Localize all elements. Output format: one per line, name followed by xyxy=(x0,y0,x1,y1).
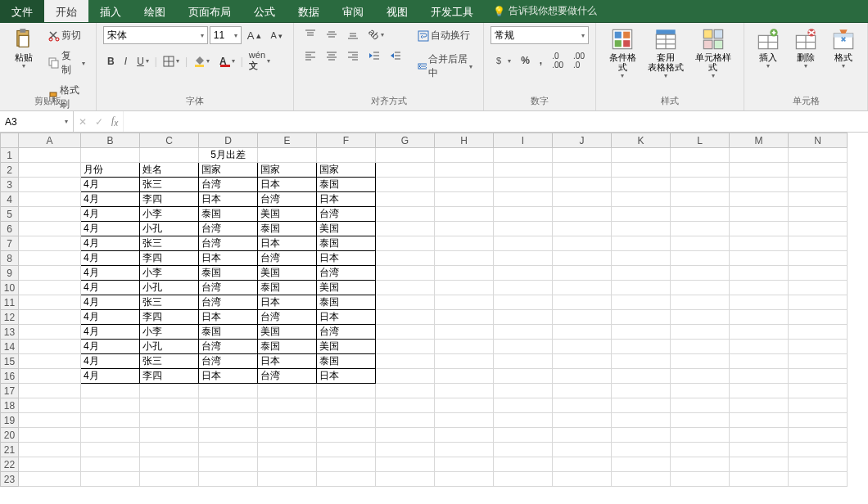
cell-M8[interactable] xyxy=(730,251,789,266)
cell-L2[interactable] xyxy=(671,163,730,178)
cell-K10[interactable] xyxy=(612,281,671,295)
row-header-13[interactable]: 13 xyxy=(1,325,19,340)
cut-button[interactable]: 剪切 xyxy=(44,26,89,45)
cell-I12[interactable] xyxy=(494,310,553,325)
cell-K20[interactable] xyxy=(612,428,671,443)
indent-increase-button[interactable] xyxy=(386,47,405,64)
cell-N23[interactable] xyxy=(789,472,848,487)
cell-N17[interactable] xyxy=(789,384,848,398)
cell-E16[interactable]: 台湾 xyxy=(258,369,317,384)
cell-A7[interactable] xyxy=(19,236,81,251)
cell-K22[interactable] xyxy=(612,457,671,472)
fill-color-button[interactable]: ▾ xyxy=(189,53,214,70)
cell-H17[interactable] xyxy=(435,384,494,398)
cell-A4[interactable] xyxy=(19,192,81,207)
font-color-button[interactable]: A▾ xyxy=(215,52,239,70)
cell-L22[interactable] xyxy=(671,457,730,472)
underline-button[interactable]: U▾ xyxy=(133,53,153,70)
cell-L4[interactable] xyxy=(671,192,730,207)
row-header-20[interactable]: 20 xyxy=(1,428,19,443)
cell-H16[interactable] xyxy=(435,369,494,384)
cell-K3[interactable] xyxy=(612,178,671,192)
cell-D14[interactable]: 台湾 xyxy=(199,340,258,354)
cell-D10[interactable]: 台湾 xyxy=(199,281,258,295)
cell-G14[interactable] xyxy=(376,340,435,354)
tab-页面布局[interactable]: 页面布局 xyxy=(177,0,242,22)
cell-E18[interactable] xyxy=(258,398,317,413)
cell-C9[interactable]: 小李 xyxy=(140,266,199,281)
cell-F12[interactable]: 日本 xyxy=(317,310,376,325)
cell-N20[interactable] xyxy=(789,428,848,443)
cell-L19[interactable] xyxy=(671,413,730,428)
cell-G4[interactable] xyxy=(376,192,435,207)
cell-B16[interactable]: 4月 xyxy=(81,369,140,384)
cell-G9[interactable] xyxy=(376,266,435,281)
font-name-dropdown[interactable]: 宋体▾ xyxy=(103,26,208,44)
cell-L15[interactable] xyxy=(671,354,730,369)
col-header-F[interactable]: F xyxy=(317,133,376,148)
col-header-L[interactable]: L xyxy=(671,133,730,148)
cell-C11[interactable]: 张三 xyxy=(140,295,199,310)
cell-A21[interactable] xyxy=(19,443,81,457)
cell-A15[interactable] xyxy=(19,354,81,369)
cell-N11[interactable] xyxy=(789,295,848,310)
cell-B7[interactable]: 4月 xyxy=(81,236,140,251)
cell-I9[interactable] xyxy=(494,266,553,281)
cell-K2[interactable] xyxy=(612,163,671,178)
cell-B13[interactable]: 4月 xyxy=(81,325,140,340)
cell-F18[interactable] xyxy=(317,398,376,413)
cell-M2[interactable] xyxy=(730,163,789,178)
cell-D7[interactable]: 台湾 xyxy=(199,236,258,251)
cell-J17[interactable] xyxy=(553,384,612,398)
cell-I19[interactable] xyxy=(494,413,553,428)
cell-K23[interactable] xyxy=(612,472,671,487)
cell-M10[interactable] xyxy=(730,281,789,295)
increase-decimal-button[interactable]: .0.00 xyxy=(548,49,567,72)
cell-M17[interactable] xyxy=(730,384,789,398)
cell-L18[interactable] xyxy=(671,398,730,413)
cell-F21[interactable] xyxy=(317,443,376,457)
row-header-15[interactable]: 15 xyxy=(1,354,19,369)
cell-B1[interactable] xyxy=(81,148,140,163)
cell-H12[interactable] xyxy=(435,310,494,325)
col-header-B[interactable]: B xyxy=(81,133,140,148)
cell-K7[interactable] xyxy=(612,236,671,251)
cell-K1[interactable] xyxy=(612,148,671,163)
cell-G19[interactable] xyxy=(376,413,435,428)
row-header-6[interactable]: 6 xyxy=(1,222,19,236)
cell-K5[interactable] xyxy=(612,207,671,222)
cell-L11[interactable] xyxy=(671,295,730,310)
cell-M14[interactable] xyxy=(730,340,789,354)
cell-M5[interactable] xyxy=(730,207,789,222)
cell-J22[interactable] xyxy=(553,457,612,472)
row-header-16[interactable]: 16 xyxy=(1,369,19,384)
cell-N4[interactable] xyxy=(789,192,848,207)
cell-F10[interactable]: 美国 xyxy=(317,281,376,295)
cell-L8[interactable] xyxy=(671,251,730,266)
cell-G7[interactable] xyxy=(376,236,435,251)
cell-B4[interactable]: 4月 xyxy=(81,192,140,207)
cell-A5[interactable] xyxy=(19,207,81,222)
cell-C13[interactable]: 小李 xyxy=(140,325,199,340)
cell-G6[interactable] xyxy=(376,222,435,236)
cell-N21[interactable] xyxy=(789,443,848,457)
font-size-dropdown[interactable]: 11▾ xyxy=(210,26,242,44)
cell-F1[interactable] xyxy=(317,148,376,163)
cell-M18[interactable] xyxy=(730,398,789,413)
col-header-E[interactable]: E xyxy=(258,133,317,148)
cell-E5[interactable]: 美国 xyxy=(258,207,317,222)
cell-E3[interactable]: 日本 xyxy=(258,178,317,192)
cell-E9[interactable]: 美国 xyxy=(258,266,317,281)
cell-D1[interactable]: 5月出差 xyxy=(199,148,258,163)
cell-F3[interactable]: 泰国 xyxy=(317,178,376,192)
cell-G23[interactable] xyxy=(376,472,435,487)
cell-J19[interactable] xyxy=(553,413,612,428)
cell-I8[interactable] xyxy=(494,251,553,266)
cell-I23[interactable] xyxy=(494,472,553,487)
cell-N18[interactable] xyxy=(789,398,848,413)
cell-I5[interactable] xyxy=(494,207,553,222)
row-header-18[interactable]: 18 xyxy=(1,398,19,413)
cell-K4[interactable] xyxy=(612,192,671,207)
cell-M16[interactable] xyxy=(730,369,789,384)
cell-D9[interactable]: 泰国 xyxy=(199,266,258,281)
